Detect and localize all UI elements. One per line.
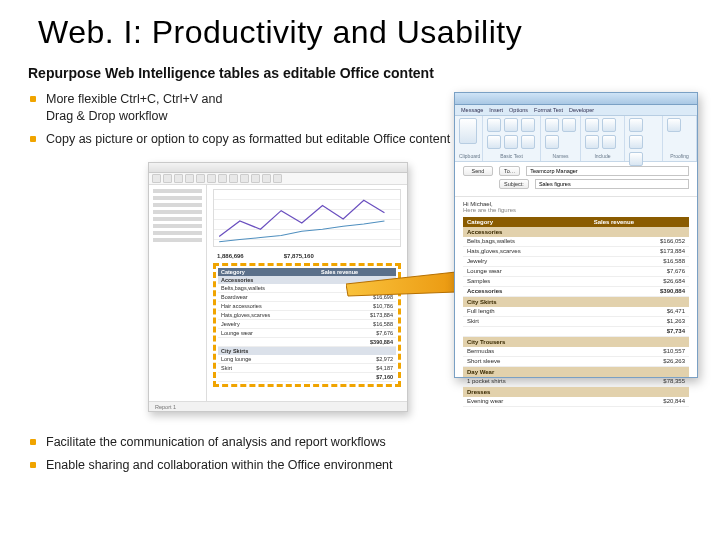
ribbon-tab[interactable]: Developer (569, 107, 594, 113)
window-titlebar (149, 163, 407, 173)
slide-heading: Repurpose Web Intelligence tables as edi… (28, 65, 692, 81)
ribbon-tab[interactable]: Format Text (534, 107, 563, 113)
ribbon-tabs: Message Insert Options Format Text Devel… (455, 105, 697, 116)
to-button[interactable]: To… (499, 166, 520, 176)
bullet: Enable sharing and collaboration within … (30, 457, 692, 474)
col-header: Category (463, 217, 590, 227)
line-chart (213, 189, 401, 247)
webi-app-screenshot: 1,886,696 $7,875,160 CategorySales reven… (148, 162, 408, 412)
screenshot-row: 1,886,696 $7,875,160 CategorySales reven… (28, 154, 692, 434)
status-bar: Report 1 (149, 401, 407, 411)
window-titlebar (455, 93, 697, 105)
ribbon-tab[interactable]: Options (509, 107, 528, 113)
ribbon-tab[interactable]: Insert (489, 107, 503, 113)
kpi-row: 1,886,696 $7,875,160 (217, 253, 401, 259)
section-header: City Trousers (463, 336, 689, 347)
col-header: Category (218, 268, 318, 276)
section-header: City Skirts (218, 346, 396, 355)
section-header: City Skirts (463, 296, 689, 307)
bullet-list-bottom: Facilitate the communication of analysis… (30, 434, 692, 474)
subject-label: Subject: (499, 179, 529, 189)
pasted-table: CategorySales revenue Accessories Belts,… (463, 217, 689, 407)
kpi-value: $7,875,160 (284, 253, 314, 259)
send-button[interactable]: Send (463, 166, 493, 176)
subtotal: $390,884 (318, 337, 396, 346)
ribbon: Clipboard Basic Text Names Include Optio… (455, 116, 697, 162)
bullet: Facilitate the communication of analysis… (30, 434, 692, 451)
bullet-text: More flexible Ctrl+C, Ctrl+V and (46, 92, 222, 106)
subject-field[interactable] (535, 179, 689, 189)
col-header: Sales revenue (318, 268, 396, 276)
highlighted-table: CategorySales revenue Accessories Belts,… (213, 263, 401, 387)
section-header: Dresses (463, 386, 689, 397)
slide-title: Web. I: Productivity and Usability (38, 14, 692, 51)
paste-icon[interactable] (459, 118, 477, 144)
to-field[interactable] (526, 166, 689, 176)
slide: Web. I: Productivity and Usability Repur… (0, 0, 720, 540)
office-app-screenshot: Message Insert Options Format Text Devel… (454, 92, 698, 378)
note-text: Here are the figures (463, 207, 689, 213)
col-header: Sales revenue (590, 217, 689, 227)
bullet-text: Drag & Drop workflow (46, 109, 168, 123)
compose-fields: Send To… Subject: (455, 162, 697, 197)
section-header: Day Wear (463, 366, 689, 377)
ribbon-tab[interactable]: Message (461, 107, 483, 113)
subtotal: $7,160 (318, 372, 396, 381)
section-header: Accessories (218, 276, 396, 284)
side-panel (149, 185, 207, 401)
section-header: Accessories (463, 227, 689, 237)
message-body[interactable]: Hi Michael, Here are the figures (455, 197, 697, 215)
toolbar (149, 173, 407, 185)
kpi-value: 1,886,696 (217, 253, 244, 259)
